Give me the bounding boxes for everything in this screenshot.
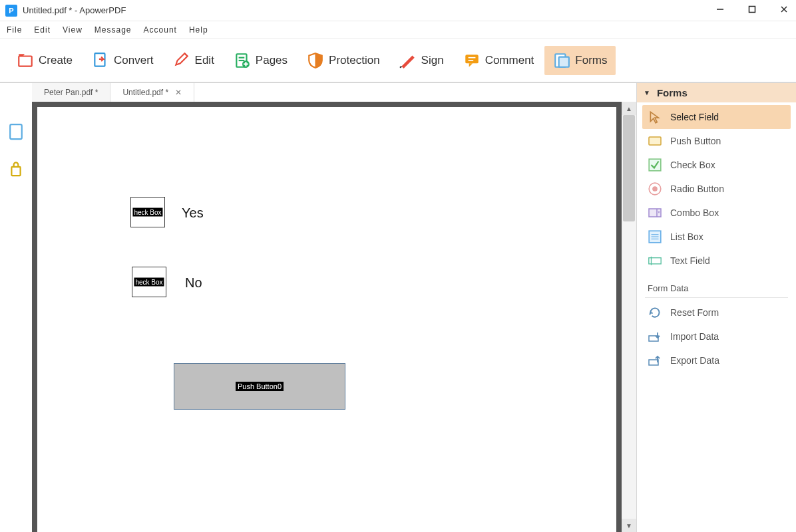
tab-close-icon[interactable]: ✕ <box>175 88 182 97</box>
vertical-scrollbar[interactable]: ▲ ▼ <box>622 102 636 532</box>
document-tabs: Peter Pan.pdf * Untitled.pdf * ✕ <box>32 83 636 102</box>
close-button[interactable] <box>777 5 791 15</box>
panel-export-data[interactable]: Export Data <box>642 348 791 372</box>
pdf-page: heck Box Yes heck Box No Push Button0 <box>37 107 616 532</box>
textfield-icon <box>648 254 662 267</box>
svg-rect-1 <box>749 7 755 13</box>
tool-protection[interactable]: Protection <box>298 46 388 75</box>
maximize-button[interactable] <box>745 5 759 15</box>
tool-sign-label: Sign <box>421 54 444 67</box>
svg-rect-17 <box>10 124 22 139</box>
caret-down-icon: ▼ <box>644 89 650 96</box>
tab-label: Untitled.pdf * <box>122 88 168 97</box>
panel-combo-box[interactable]: Combo Box <box>642 201 791 225</box>
app-icon: P <box>5 5 17 17</box>
panel-import-data[interactable]: Import Data <box>642 325 791 348</box>
tool-pages-label: Pages <box>256 54 288 67</box>
scroll-thumb[interactable] <box>623 115 635 221</box>
svg-rect-19 <box>649 137 661 145</box>
push-button-icon <box>648 134 662 148</box>
svg-point-22 <box>652 186 658 192</box>
panel-item-label: Radio Button <box>670 184 724 194</box>
menu-account[interactable]: Account <box>144 25 177 35</box>
svg-rect-4 <box>19 56 32 66</box>
tool-edit-label: Edit <box>195 54 214 67</box>
export-icon <box>648 354 662 367</box>
title-bar: P Untitled.pdf * - ApowerPDF <box>0 0 796 21</box>
svg-rect-12 <box>465 55 479 63</box>
tool-forms[interactable]: Forms <box>544 46 615 75</box>
sign-icon <box>399 51 417 70</box>
main-area: Peter Pan.pdf * Untitled.pdf * ✕ heck Bo… <box>0 82 796 532</box>
panel-header[interactable]: ▼ Forms <box>637 83 796 102</box>
menu-message[interactable]: Message <box>95 25 132 35</box>
tool-convert[interactable]: Convert <box>83 46 162 75</box>
tool-edit[interactable]: Edit <box>164 46 222 75</box>
menu-view[interactable]: View <box>63 25 83 35</box>
form-checkbox-2[interactable]: heck Box <box>132 267 166 297</box>
svg-rect-29 <box>649 257 661 263</box>
tool-comment[interactable]: Comment <box>455 46 542 75</box>
scroll-up-icon[interactable]: ▲ <box>622 102 636 115</box>
panel-section-form-data: Form Data <box>645 277 788 298</box>
panel-item-label: Import Data <box>670 331 719 342</box>
svg-rect-18 <box>11 167 20 176</box>
panel-item-label: List Box <box>670 231 703 242</box>
tab-label: Peter Pan.pdf * <box>44 88 98 97</box>
tab-untitled[interactable]: Untitled.pdf * ✕ <box>110 83 194 102</box>
panel-reset-form[interactable]: Reset Form <box>642 301 791 325</box>
tool-create[interactable]: Create <box>8 46 81 75</box>
checkbox-icon <box>648 158 662 172</box>
panel-list-box[interactable]: List Box <box>642 225 791 249</box>
tool-protection-label: Protection <box>329 54 380 67</box>
panel-item-label: Select Field <box>670 112 719 122</box>
scroll-down-icon[interactable]: ▼ <box>622 519 636 532</box>
left-sidebar <box>0 83 32 532</box>
panel-radio-button[interactable]: Radio Button <box>642 177 791 201</box>
create-icon <box>16 51 35 70</box>
protection-icon <box>306 51 325 70</box>
panel-select-field[interactable]: Select Field <box>642 105 791 129</box>
document-viewport[interactable]: heck Box Yes heck Box No Push Button0 <box>32 102 622 532</box>
text-no: No <box>185 275 202 291</box>
attachment-icon[interactable] <box>9 160 23 178</box>
scroll-track[interactable] <box>622 115 636 519</box>
svg-rect-32 <box>649 360 658 365</box>
radio-icon <box>648 182 662 196</box>
reset-icon <box>648 306 662 319</box>
svg-rect-20 <box>649 159 661 171</box>
form-checkbox-1[interactable]: heck Box <box>130 197 165 227</box>
menu-help[interactable]: Help <box>189 25 208 35</box>
tool-forms-label: Forms <box>575 54 607 67</box>
panel-item-label: Text Field <box>670 255 710 266</box>
minimize-button[interactable] <box>713 5 727 15</box>
tool-sign[interactable]: Sign <box>391 46 452 75</box>
panel-check-box[interactable]: Check Box <box>642 153 791 177</box>
panel-item-label: Reset Form <box>670 307 719 318</box>
menu-bar: File Edit View Message Account Help <box>0 21 796 39</box>
forms-panel: ▼ Forms Select Field Push Button Check <box>636 83 796 532</box>
page-thumb-icon[interactable] <box>9 123 23 140</box>
form-push-button[interactable]: Push Button0 <box>174 363 345 410</box>
panel-text-field[interactable]: Text Field <box>642 249 791 273</box>
text-yes: Yes <box>182 205 204 221</box>
panel-push-button[interactable]: Push Button <box>642 129 791 153</box>
combo-icon <box>648 206 662 219</box>
comment-icon <box>463 51 481 70</box>
field-label: heck Box <box>134 278 164 287</box>
field-label: heck Box <box>132 208 162 217</box>
menu-file[interactable]: File <box>7 25 22 35</box>
menu-edit[interactable]: Edit <box>34 25 51 35</box>
tool-pages[interactable]: Pages <box>225 46 296 75</box>
edit-icon <box>172 51 191 70</box>
tab-peter-pan[interactable]: Peter Pan.pdf * <box>32 83 110 102</box>
tool-comment-label: Comment <box>485 54 534 67</box>
document-area: Peter Pan.pdf * Untitled.pdf * ✕ heck Bo… <box>32 83 636 532</box>
pages-icon <box>233 51 252 70</box>
main-toolbar: Create Convert Edit Pages Protection Sig… <box>0 39 796 82</box>
panel-item-label: Export Data <box>670 355 719 366</box>
panel-item-label: Combo Box <box>670 207 719 218</box>
convert-icon <box>91 51 110 70</box>
listbox-icon <box>648 230 662 243</box>
panel-title: Forms <box>657 87 688 98</box>
